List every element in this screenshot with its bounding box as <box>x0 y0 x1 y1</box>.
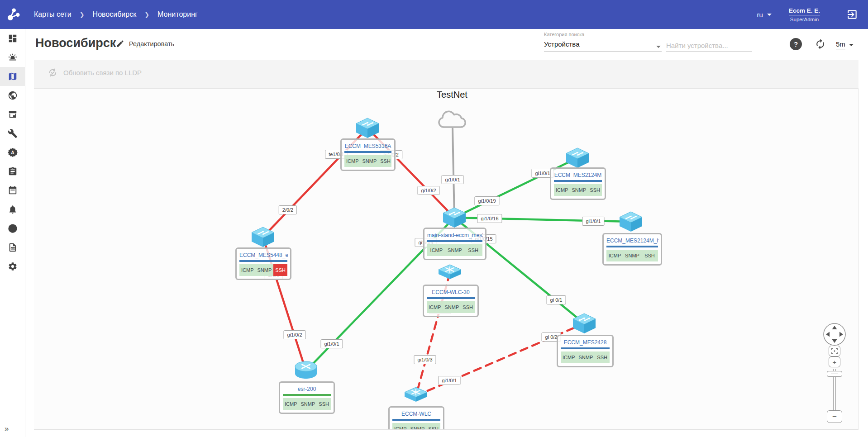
globe-icon <box>8 90 18 100</box>
port-label: gi1/0/19 <box>474 196 499 205</box>
node-title[interactable]: main-stand-eccm_mes2300 <box>427 231 483 240</box>
language-selector[interactable]: ru <box>757 11 772 19</box>
badge-snmp: SNMP <box>577 352 595 363</box>
breadcrumb-city[interactable]: Новосибирск <box>89 8 140 21</box>
sidebar-item-inventory[interactable] <box>0 105 25 124</box>
switch-device-icon[interactable] <box>619 211 643 232</box>
badge-snmp: SNMP <box>623 250 641 261</box>
switch-device-icon[interactable] <box>443 207 466 228</box>
gear-icon <box>8 261 18 271</box>
switch-device-icon[interactable] <box>356 118 379 138</box>
badge-ssh: SSH <box>588 184 602 196</box>
node-badges: ICMPSNMPSSH <box>561 352 610 363</box>
node-underline <box>606 246 658 247</box>
node-card-eccm-mes5316a[interactable]: ECCM_MES5316AICMPSNMPSSH <box>340 138 396 171</box>
node-underline <box>239 260 287 262</box>
sidebar-item-logs[interactable]: LOG <box>0 238 25 257</box>
chevron-right-icon <box>75 11 89 18</box>
node-badges: ICMPSNMPSSH <box>283 398 331 410</box>
node-title[interactable]: ECCM-WLC <box>392 410 441 419</box>
svg-text:LOG: LOG <box>11 247 15 249</box>
help-button[interactable]: ? <box>790 38 802 50</box>
search-input[interactable] <box>666 42 752 49</box>
fit-icon <box>831 348 838 354</box>
sidebar-item-calendar[interactable] <box>0 181 25 200</box>
node-card-eccm-mes2428[interactable]: ECCM_MES2428ICMPSNMPSSH <box>557 335 614 367</box>
port-label: gi1/0/1 <box>438 376 460 385</box>
port-label: 2/0/2 <box>279 205 297 214</box>
lldp-refresh-label: Обновить связи по LLDP <box>63 69 142 76</box>
sidebar-item-alarms[interactable] <box>0 48 25 67</box>
port-label: gi1/0/3 <box>414 355 436 364</box>
sidebar-item-notifications[interactable] <box>0 200 25 219</box>
zoom-in-button[interactable]: + <box>829 356 840 367</box>
node-badges: ICMPSNMPSSH <box>427 301 475 313</box>
breadcrumb-monitoring[interactable]: Мониторинг <box>154 8 201 21</box>
sidebar-item-security[interactable]: A <box>0 143 25 162</box>
sidebar-item-tasks[interactable] <box>0 162 25 181</box>
language-value: ru <box>757 11 763 19</box>
node-card-eccm-wlc[interactable]: ECCM-WLCICMPSNMPSSH <box>388 406 444 430</box>
node-underline <box>427 297 475 299</box>
pencil-icon <box>116 39 124 48</box>
switch-device-icon[interactable] <box>251 227 275 247</box>
zoom-out-button[interactable]: − <box>827 410 842 423</box>
cloud-icon[interactable] <box>434 106 471 131</box>
badge-icmp: ICMP <box>344 155 361 167</box>
breadcrumb-maps[interactable]: Карты сети <box>30 8 75 21</box>
node-card-eccm-mes2124m[interactable]: ECCM_MES2124MICMPSNMPSSH <box>550 167 606 200</box>
logout-button[interactable] <box>846 9 858 20</box>
port-label: gi1/0/16 <box>477 214 502 223</box>
badge-ssh: SSH <box>464 244 482 256</box>
network-map-canvas[interactable]: TestNet + − te1/0/1te1/0/2gi1/0/2gi1/0/1… <box>34 89 858 430</box>
node-underline <box>427 240 482 242</box>
fit-to-screen-button[interactable] <box>829 346 840 356</box>
user-menu[interactable]: Eccm E. E. SuperAdmin <box>789 7 820 22</box>
sidebar-item-maps[interactable] <box>0 67 25 86</box>
sidebar-item-settings[interactable] <box>0 257 25 276</box>
wlc-device-icon[interactable] <box>404 387 428 405</box>
edit-map-label: Редактировать <box>129 40 174 48</box>
refresh-button[interactable] <box>815 38 826 50</box>
pan-compass[interactable] <box>822 322 847 347</box>
refresh-interval-select[interactable]: 5m <box>836 40 854 49</box>
node-title[interactable]: esr-200 <box>282 385 331 394</box>
node-title[interactable]: ECCM-WLC-30 <box>426 288 475 297</box>
wrench-icon <box>8 128 18 138</box>
app-logo-icon[interactable] <box>6 7 21 22</box>
port-label: gi 0/1 <box>547 295 566 304</box>
node-title[interactable]: ECCM_MES2124M_hub_s <box>606 237 658 246</box>
node-card-main-stand-eccm-mes2300[interactable]: main-stand-eccm_mes2300ICMPSNMPSSH <box>423 228 486 260</box>
node-card-eccm-mes5448-eccm[interactable]: ECCM_MES5448_eccmICMPSNMPSSH <box>235 247 291 280</box>
node-underline <box>392 419 440 421</box>
node-title[interactable]: ECCM_MES5316A <box>344 142 392 151</box>
badge-icmp: ICMP <box>392 423 409 430</box>
sidebar-item-power[interactable] <box>0 219 25 238</box>
search-category-select[interactable]: Категория поиска Устройства <box>544 32 662 52</box>
top-bar: Карты сети Новосибирск Мониторинг ru Ecc… <box>0 0 868 29</box>
sidebar-item-tools[interactable] <box>0 124 25 143</box>
map-toolbar: Обновить связи по LLDP <box>34 60 858 89</box>
svg-text:A: A <box>11 150 14 155</box>
switch-device-icon[interactable] <box>572 313 596 334</box>
sidebar-item-dashboard[interactable] <box>0 29 25 48</box>
lldp-refresh-button[interactable]: Обновить связи по LLDP <box>48 67 142 78</box>
node-title[interactable]: ECCM_MES2124M <box>553 171 602 180</box>
node-card-eccm-mes2124m-hub-s[interactable]: ECCM_MES2124M_hub_sICMPSNMPSSH <box>602 233 662 266</box>
wlc-device-icon[interactable] <box>438 264 462 282</box>
zoom-slider-handle[interactable] <box>827 371 842 377</box>
node-underline <box>561 347 610 349</box>
badge-ssh: SSH <box>595 352 610 363</box>
edit-map-button[interactable]: Редактировать <box>116 39 174 48</box>
sidebar-expand-button[interactable]: » <box>5 424 9 433</box>
port-label: gi1/0/2 <box>417 186 439 195</box>
node-title[interactable]: ECCM_MES2428 <box>560 338 610 347</box>
help-icon: ? <box>794 40 798 48</box>
sidebar-item-network[interactable] <box>0 86 25 105</box>
switch-device-icon[interactable] <box>566 147 589 168</box>
node-card-eccm-wlc-30[interactable]: ECCM-WLC-30ICMPSNMPSSH <box>423 285 479 317</box>
node-card-esr-200[interactable]: esr-200ICMPSNMPSSH <box>279 381 335 414</box>
router-device-icon[interactable] <box>294 361 318 381</box>
node-title[interactable]: ECCM_MES5448_eccm <box>239 251 288 260</box>
port-label: gi1/0/1 <box>582 217 604 226</box>
